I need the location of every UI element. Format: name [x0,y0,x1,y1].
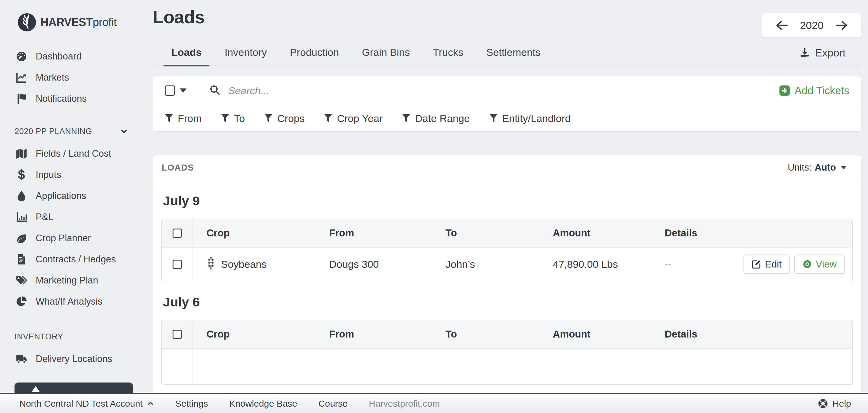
chevron-up-icon [147,400,154,407]
sidebar: HARVESTprofit Dashboard Markets Notifica… [0,0,153,393]
loads-panel: LOADS Units: Auto July 9 Crop From To Am [153,156,861,393]
sidebar-item-crop-planner[interactable]: Crop Planner [14,228,147,249]
add-tickets-button[interactable]: Add Tickets [779,84,849,97]
sidebar-item-marketing-plan[interactable]: Marketing Plan [14,270,147,291]
filter-label: From [178,113,202,125]
tab-loads[interactable]: Loads [172,46,202,66]
search-filter-card: Add Tickets From To Crops [153,76,861,131]
row-checkbox[interactable] [173,260,182,269]
footer-link-knowledge-base[interactable]: Knowledge Base [229,399,297,409]
table-row [162,348,852,384]
tab-settlements[interactable]: Settlements [486,46,541,66]
sidebar-section-inventory: INVENTORY [14,330,128,343]
sidebar-item-label: Notifications [36,93,87,104]
funnel-icon [165,114,173,123]
sidebar-item-dashboard[interactable]: Dashboard [14,46,147,67]
date-heading: July 6 [163,295,853,309]
cell-to: John’s [445,259,553,270]
column-header-amount: Amount [553,329,664,340]
markets-icon [14,72,28,83]
truck-icon [14,353,28,365]
filter-label: Crop Year [337,113,383,125]
view-button[interactable]: View [794,254,845,274]
flag-icon [14,93,28,104]
units-value: Auto [814,162,836,173]
table-header-row: Crop From To Amount Details [162,219,852,247]
sidebar-item-label: Fields / Land Cost [36,148,111,159]
filter-date-range[interactable]: Date Range [402,113,470,125]
footer-link-course[interactable]: Course [318,399,348,409]
sidebar-item-applications[interactable]: Applications [14,185,147,207]
column-header-details: Details [664,329,710,340]
page-title: Loads [153,7,205,28]
search-input[interactable] [228,85,779,97]
brand-logo[interactable]: HARVESTprofit [18,11,147,33]
sidebar-item-label: Delivery Locations [36,353,112,365]
table-row: Soybeans Dougs 300 John’s 47,890.00 Lbs … [162,247,852,281]
pie-chart-icon [14,296,28,307]
sidebar-item-label: Markets [36,72,69,83]
brand-bold: HARVEST [40,16,93,28]
header-checkbox[interactable] [173,229,182,238]
tab-bar: Loads Inventory Production Grain Bins Tr… [153,46,861,66]
filter-to[interactable]: To [221,113,245,125]
filter-entity-landlord[interactable]: Entity/Landlord [489,113,571,125]
sidebar-item-label: Crop Planner [36,233,91,244]
sidebar-item-loads-active[interactable] [14,382,133,393]
footer-bar: North Central ND Test Account Settings K… [0,393,868,413]
tab-inventory[interactable]: Inventory [224,46,267,66]
export-button[interactable]: Export [799,47,861,66]
tab-trucks[interactable]: Trucks [433,46,463,66]
search-icon [210,84,220,97]
wheat-icon [31,386,40,392]
dollar-icon: $ [14,168,28,181]
sidebar-item-fields-land-cost[interactable]: Fields / Land Cost [14,143,147,164]
sidebar-item-label: Dashboard [36,51,82,62]
filter-crops[interactable]: Crops [264,113,305,125]
sidebar-item-what-if-analysis[interactable]: What/If Analysis [14,291,147,312]
filter-label: Crops [277,113,305,125]
table-header-row: Crop From To Amount Details [162,320,852,348]
funnel-icon [489,114,498,123]
sidebar-item-inputs[interactable]: $ Inputs [14,164,147,185]
help-button[interactable]: Help [818,399,851,409]
account-switcher[interactable]: North Central ND Test Account [19,399,154,409]
select-dropdown-caret-icon[interactable] [180,89,186,93]
edit-button[interactable]: Edit [743,254,790,274]
main-content: Loads 2020 Loads Inventory Production Gr… [153,0,868,393]
sidebar-item-delivery-locations[interactable]: Delivery Locations [14,348,147,370]
edit-label: Edit [765,259,781,270]
panel-title: LOADS [162,163,194,173]
footer-link-settings[interactable]: Settings [175,399,208,409]
arrow-right-icon[interactable] [835,20,848,31]
funnel-icon [324,114,333,123]
cell-from: Dougs 300 [329,259,445,270]
edit-icon [752,260,761,269]
year-selector: 2020 [762,13,861,37]
sidebar-item-notifications[interactable]: Notifications [14,88,147,109]
sidebar-section-planning[interactable]: 2020 PP PLANNING [14,125,128,138]
cell-crop: Soybeans [221,259,267,270]
life-ring-icon [818,399,828,409]
add-tickets-label: Add Tickets [795,84,849,97]
header-checkbox[interactable] [173,330,182,339]
filter-crop-year[interactable]: Crop Year [324,113,383,125]
sidebar-item-pl[interactable]: P&L [14,207,147,228]
sidebar-item-markets[interactable]: Markets [14,67,147,88]
sidebar-item-label: P&L [36,212,54,222]
filter-from[interactable]: From [165,113,202,125]
leaf-icon [14,233,28,244]
loads-table: Crop From To Amount Details So [161,218,853,281]
column-header-amount: Amount [553,227,664,239]
tab-grain-bins[interactable]: Grain Bins [362,46,410,66]
arrow-left-icon[interactable] [776,20,788,31]
select-all-checkbox[interactable] [165,85,175,96]
year-value: 2020 [800,19,824,31]
tab-production[interactable]: Production [290,46,339,66]
chevron-down-icon [120,128,128,135]
sidebar-item-contracts-hedges[interactable]: Contracts / Hedges [14,249,147,270]
account-name: North Central ND Test Account [19,399,143,409]
units-selector[interactable]: Units: Auto [787,162,847,173]
footer-link-harvestprofit[interactable]: Harvestprofit.com [369,399,440,409]
filter-row: From To Crops Crop Year Date Range [153,105,861,131]
